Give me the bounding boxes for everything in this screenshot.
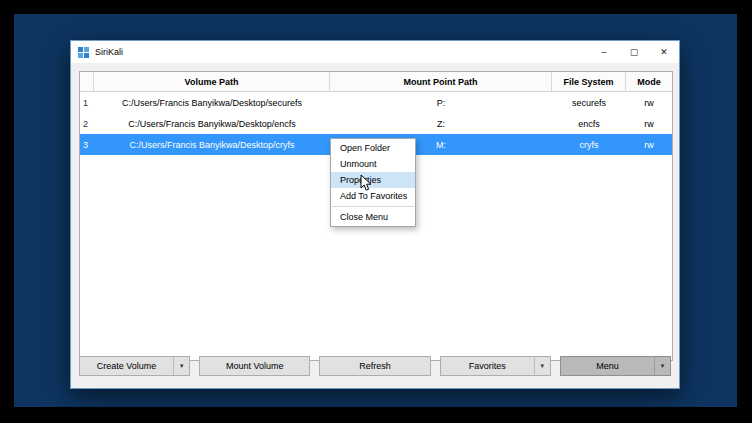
menu-button[interactable]: Menu ▼	[560, 356, 671, 376]
create-volume-label: Create Volume	[80, 357, 173, 375]
button-bar: Create Volume ▼ Mount Volume Refresh Fav…	[79, 356, 671, 376]
minimize-button[interactable]: –	[589, 41, 619, 63]
header-mode: Mode	[626, 72, 672, 91]
window-title: SiriKali	[95, 47, 589, 57]
table-header-row: Volume Path Mount Point Path File System…	[80, 72, 672, 92]
cell-volume-path[interactable]: C:/Users/Francis Banyikwa/Desktop/cryfs	[94, 134, 330, 155]
titlebar[interactable]: SiriKali – ▢ ✕	[71, 41, 679, 63]
cell-mount-point[interactable]: P:	[330, 92, 552, 113]
table-row[interactable]: 1 C:/Users/Francis Banyikwa/Desktop/secu…	[80, 92, 672, 113]
cell-volume-path[interactable]: C:/Users/Francis Banyikwa/Desktop/secure…	[94, 92, 330, 113]
favorites-label: Favorites	[441, 357, 534, 375]
menu-item-open-folder[interactable]: Open Folder	[331, 140, 415, 156]
cell-mount-point[interactable]: Z:	[330, 113, 552, 134]
cell-file-system: securefs	[552, 92, 626, 113]
favorites-button[interactable]: Favorites ▼	[440, 356, 551, 376]
menu-item-add-to-favorites[interactable]: Add To Favorites	[331, 188, 415, 204]
refresh-label: Refresh	[320, 357, 429, 375]
cell-mode: rw	[626, 92, 672, 113]
header-mount-point-path: Mount Point Path	[330, 72, 552, 91]
refresh-button[interactable]: Refresh	[319, 356, 430, 376]
cell-mode: rw	[626, 134, 672, 155]
chevron-down-icon[interactable]: ▼	[534, 357, 550, 375]
row-number: 2	[80, 113, 94, 134]
menu-separator	[332, 206, 414, 207]
context-menu: Open Folder Unmount Properties Add To Fa…	[330, 138, 416, 227]
header-volume-path: Volume Path	[94, 72, 330, 91]
cell-file-system: cryfs	[552, 134, 626, 155]
menu-label: Menu	[561, 357, 654, 375]
header-num	[80, 72, 94, 91]
cell-file-system: encfs	[552, 113, 626, 134]
menu-item-properties[interactable]: Properties	[331, 172, 415, 188]
menu-item-close-menu[interactable]: Close Menu	[331, 209, 415, 225]
row-number: 3	[80, 134, 94, 155]
create-volume-button[interactable]: Create Volume ▼	[79, 356, 190, 376]
chevron-down-icon[interactable]: ▼	[654, 357, 670, 375]
chevron-down-icon[interactable]: ▼	[173, 357, 189, 375]
mount-volume-button[interactable]: Mount Volume	[199, 356, 310, 376]
table-row[interactable]: 2 C:/Users/Francis Banyikwa/Desktop/encf…	[80, 113, 672, 134]
mount-volume-label: Mount Volume	[200, 357, 309, 375]
menu-item-unmount[interactable]: Unmount	[331, 156, 415, 172]
cell-mode: rw	[626, 113, 672, 134]
app-icon	[78, 47, 89, 58]
header-file-system: File System	[552, 72, 626, 91]
close-button[interactable]: ✕	[649, 41, 679, 63]
cell-volume-path[interactable]: C:/Users/Francis Banyikwa/Desktop/encfs	[94, 113, 330, 134]
maximize-button[interactable]: ▢	[619, 41, 649, 63]
row-number: 1	[80, 92, 94, 113]
